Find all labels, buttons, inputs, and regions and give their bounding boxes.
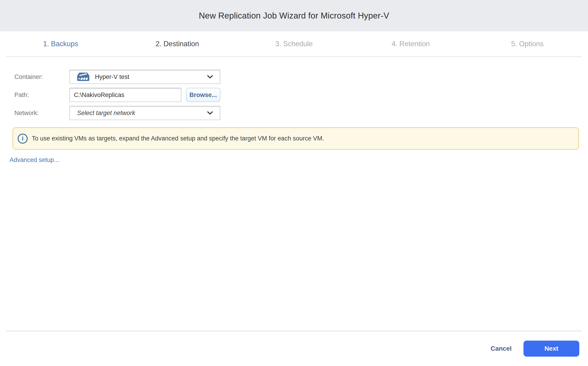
container-select[interactable]: Hyper-V test [69,70,220,84]
info-icon: i [18,134,28,144]
tab-retention: 4. Retention [352,40,469,48]
wizard-title: New Replication Job Wizard for Microsoft… [199,11,389,21]
path-label: Path: [15,92,69,99]
tab-destination[interactable]: 2. Destination [119,40,236,48]
next-button[interactable]: Next [523,341,579,357]
tab-options: 5. Options [469,40,586,48]
info-banner-text: To use existing VMs as targets, expand t… [32,135,324,142]
network-placeholder: Select target network [77,110,135,117]
wizard-footer: Cancel Next [0,331,588,366]
browse-button[interactable]: Browse... [186,88,220,102]
container-row: Container: Hyper-V test [15,70,588,84]
chevron-down-icon [207,111,213,115]
hyperv-host-icon [77,73,90,81]
info-banner: i To use existing VMs as targets, expand… [13,127,579,150]
advanced-setup-link[interactable]: Advanced setup... [10,156,59,164]
tab-schedule: 3. Schedule [236,40,352,48]
chevron-down-icon [207,75,213,79]
tab-backups[interactable]: 1. Backups [2,40,119,48]
destination-form: Container: Hyper-V test Path: [0,57,588,164]
container-value: Hyper-V test [95,73,129,81]
wizard-steps: 1. Backups 2. Destination 3. Schedule 4.… [0,31,588,56]
network-row: Network: Select target network [15,106,588,120]
wizard-header: New Replication Job Wizard for Microsoft… [0,0,588,31]
path-input[interactable] [69,88,181,102]
path-row: Path: Browse... [15,88,588,102]
network-label: Network: [15,110,69,117]
wizard-dialog: New Replication Job Wizard for Microsoft… [0,0,588,366]
network-select[interactable]: Select target network [69,106,220,120]
container-label: Container: [15,73,69,81]
cancel-button[interactable]: Cancel [489,345,513,352]
